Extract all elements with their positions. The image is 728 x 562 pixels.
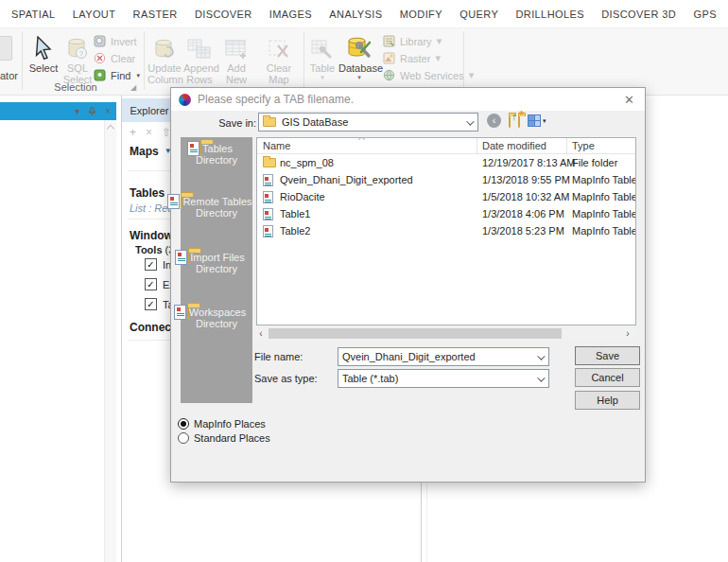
- mapinfo-app-window: SPATIAL LAYOUT RASTER DISCOVER IMAGES AN…: [0, 0, 728, 562]
- sidebar-item-remote-tables-directory[interactable]: Remote Tables Directory: [181, 196, 252, 219]
- tab-query[interactable]: QUERY: [459, 9, 498, 20]
- scrollbar-thumb[interactable]: [269, 328, 562, 339]
- horizontal-scrollbar[interactable]: ‹ ›: [254, 327, 636, 340]
- dialog-titlebar[interactable]: Please specify a TAB filename. ✕: [171, 88, 645, 111]
- help-button[interactable]: Help: [575, 391, 640, 410]
- library-icon: [382, 35, 396, 47]
- column-divider[interactable]: [477, 138, 477, 154]
- tab-modify[interactable]: MODIFY: [400, 9, 442, 20]
- checkbox-checked-icon[interactable]: ✓: [145, 258, 157, 271]
- mapinfo-logo-icon: [179, 94, 191, 106]
- file-name: nc_spm_08: [280, 157, 334, 168]
- tab-drillholes[interactable]: DRILLHOLES: [515, 9, 583, 20]
- mapinfo-table-icon: [263, 191, 273, 203]
- close-icon[interactable]: ×: [105, 107, 111, 116]
- library-menu-button: Library ▾: [382, 33, 442, 49]
- clear-map-objects-icon: [257, 30, 301, 61]
- tab-analysis[interactable]: ANALYSIS: [329, 9, 382, 20]
- file-row[interactable]: Qvein_Dhani_Digit_exported 1/13/2018 9:5…: [257, 171, 635, 188]
- column-header-date-modified[interactable]: Date modified: [482, 140, 546, 151]
- ribbon: ator Select ? SQL Select Invert Clear: [0, 28, 728, 96]
- chevron-down-icon[interactable]: ▾: [75, 107, 79, 116]
- scroll-up-icon[interactable]: [107, 125, 114, 132]
- file-row[interactable]: Table1 1/3/2018 4:06 PM MapInfo Table: [257, 205, 635, 222]
- file-name-label: File name:: [254, 351, 303, 362]
- standard-places-radio[interactable]: Standard Places: [178, 432, 270, 444]
- sidebar-item-tables-directory[interactable]: Tables Directory: [181, 143, 252, 166]
- file-name: Qvein_Dhani_Digit_exported: [280, 174, 413, 185]
- column-header-name[interactable]: Name: [263, 140, 290, 151]
- chevron-down-icon[interactable]: [537, 374, 545, 381]
- tab-gps[interactable]: GPS: [693, 9, 716, 20]
- file-type: MapInfo Table: [572, 191, 636, 202]
- sidebar-item-workspaces-directory[interactable]: Workspaces Directory: [181, 307, 252, 329]
- file-row[interactable]: Table2 1/3/2018 5:23 PM MapInfo Table: [257, 222, 635, 239]
- explorer-tab[interactable]: Explorer: [122, 98, 177, 122]
- save-as-type-value: Table (*.tab): [342, 373, 398, 384]
- chevron-down-icon[interactable]: [466, 117, 474, 125]
- map-vertical-scrollbar[interactable]: [104, 120, 116, 562]
- pin-icon[interactable]: [88, 107, 96, 116]
- tab-raster[interactable]: RASTER: [133, 9, 178, 20]
- database-dropdown-arrow-icon[interactable]: ▾: [338, 74, 380, 81]
- tab-images[interactable]: IMAGES: [269, 9, 312, 20]
- file-date: 1/5/2018 10:32 AM: [482, 191, 569, 202]
- scroll-right-icon[interactable]: ›: [621, 328, 634, 339]
- chevron-down-icon[interactable]: [537, 352, 545, 360]
- column-divider[interactable]: [566, 138, 567, 154]
- save-tab-dialog: Please specify a TAB filename. ✕ Save in…: [170, 87, 646, 483]
- tab-layout[interactable]: LAYOUT: [73, 9, 116, 20]
- find-dropdown-arrow-icon[interactable]: ▾: [136, 72, 140, 79]
- save-in-label: Save in:: [190, 117, 256, 129]
- find-icon: [93, 69, 107, 81]
- file-name: RioDacite: [280, 191, 325, 202]
- clear-map-objects-button: Clear Map Objects: [257, 30, 301, 93]
- radio-unselected-icon[interactable]: [178, 432, 189, 444]
- tools-label: Tools: [135, 244, 163, 255]
- back-button[interactable]: ‹: [487, 114, 501, 128]
- file-list: Name Date modified Type nc_spm_08 12/19/…: [256, 137, 636, 325]
- mapinfo-places-radio[interactable]: MapInfo Places: [178, 418, 266, 430]
- file-name-input[interactable]: Qvein_Dhani_Digit_exported: [338, 347, 549, 366]
- explorer-section-maps[interactable]: Maps▼: [130, 145, 172, 158]
- group-separator: [22, 31, 23, 90]
- explorer-section-tools[interactable]: Tools (3: [135, 244, 174, 255]
- add-icon[interactable]: +: [130, 126, 136, 139]
- close-icon[interactable]: ✕: [621, 93, 637, 107]
- database-menu-button[interactable]: Database ▾: [338, 30, 380, 93]
- column-header-type[interactable]: Type: [572, 140, 595, 151]
- save-as-type-dropdown[interactable]: Table (*.tab): [338, 369, 549, 388]
- view-menu-button[interactable]: ▾: [528, 114, 546, 127]
- invert-selection-icon: [93, 35, 107, 47]
- up-one-level-button[interactable]: ↑: [509, 115, 511, 127]
- checkbox-checked-icon[interactable]: ✓: [145, 298, 157, 310]
- group-separator: [303, 31, 304, 90]
- file-row[interactable]: nc_spm_08 12/19/2017 8:13 AM File folder: [257, 154, 635, 171]
- scroll-left-icon[interactable]: ‹: [254, 328, 268, 339]
- radio-selected-icon[interactable]: [178, 418, 189, 430]
- sidebar-item-label: Workspaces Directory: [189, 307, 246, 329]
- file-date: 1/13/2018 9:55 PM: [482, 174, 570, 185]
- sparkle-icon: *: [519, 109, 524, 122]
- tab-discover-3d[interactable]: DISCOVER 3D: [601, 9, 676, 20]
- folder-icon: [509, 114, 511, 128]
- dialog-toolbar: ‹ ↑ * ▾: [487, 114, 546, 128]
- clipped-button-icon: [0, 36, 12, 61]
- cancel-button[interactable]: Cancel: [575, 368, 640, 387]
- save-button[interactable]: Save: [575, 346, 640, 365]
- tab-discover[interactable]: DISCOVER: [195, 9, 252, 20]
- tab-spatial[interactable]: SPATIAL: [11, 9, 55, 20]
- sidebar-item-import-files-directory[interactable]: Import Files Directory: [181, 252, 252, 274]
- checkbox-checked-icon[interactable]: ✓: [145, 278, 157, 290]
- svg-text:?: ?: [79, 49, 84, 58]
- file-name: Table1: [280, 208, 310, 220]
- file-row[interactable]: RioDacite 1/5/2018 10:32 AM MapInfo Tabl…: [257, 188, 635, 205]
- up-arrow-icon: ↑: [511, 111, 517, 122]
- map-window-titlebar[interactable]: ▾ ×: [0, 102, 116, 120]
- remove-icon[interactable]: ×: [146, 126, 152, 139]
- selection-dialog-launcher-icon[interactable]: ◢: [130, 83, 136, 92]
- save-in-dropdown[interactable]: GIS DataBase: [258, 113, 478, 132]
- web-services-dropdown-arrow-icon: ▾: [469, 69, 475, 81]
- folder-table-icon: [200, 142, 202, 155]
- new-folder-button[interactable]: *: [518, 115, 520, 127]
